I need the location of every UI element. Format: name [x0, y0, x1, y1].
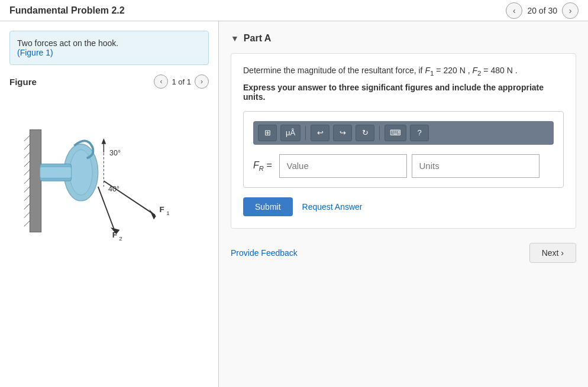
part-collapse-arrow[interactable]: ▼: [231, 34, 239, 43]
problem-text: Determine the magnitude of the resultant…: [243, 66, 564, 77]
symbol-icon: μÅ: [286, 128, 295, 137]
request-answer-link[interactable]: Request Answer: [302, 202, 363, 212]
svg-line-5: [24, 170, 30, 175]
refresh-icon: ↻: [362, 128, 369, 137]
figure-link[interactable]: (Figure 1): [17, 48, 53, 57]
help-toolbar-button[interactable]: ?: [410, 125, 429, 141]
math-toolbar: ⊞ μÅ ↩ ↪ ↻: [253, 121, 554, 145]
header-navigation: ‹ 20 of 30 ›: [506, 2, 579, 19]
svg-rect-0: [30, 130, 41, 232]
description-line1: Two forces act on the hook.: [17, 38, 201, 48]
action-row: Submit Request Answer: [243, 197, 564, 216]
matrix-toolbar-button[interactable]: ⊞: [258, 125, 277, 141]
figure-section: Figure ‹ 1 of 1 ›: [9, 74, 209, 243]
symbol-toolbar-button[interactable]: μÅ: [280, 125, 301, 141]
value-input[interactable]: [279, 154, 407, 178]
figure-title: Figure: [9, 77, 37, 87]
matrix-icon: ⊞: [264, 128, 271, 137]
right-panel: ▼ Part A Determine the magnitude of the …: [219, 21, 588, 387]
svg-text:1: 1: [166, 210, 169, 216]
svg-line-25: [98, 187, 115, 232]
svg-text:2: 2: [119, 235, 122, 242]
submit-button[interactable]: Submit: [243, 197, 293, 216]
left-panel: Two forces act on the hook. (Figure 1) F…: [0, 21, 219, 387]
keyboard-icon: ⌨: [390, 128, 401, 137]
svg-line-8: [24, 195, 30, 201]
svg-marker-18: [101, 138, 106, 144]
toolbar-separator-1: [305, 126, 306, 140]
redo-icon: ↪: [340, 128, 346, 137]
svg-line-1: [24, 135, 30, 141]
help-icon: ?: [418, 128, 422, 137]
figure-next-button[interactable]: ›: [195, 74, 209, 89]
next-nav-button[interactable]: ›: [562, 2, 579, 19]
svg-rect-15: [40, 167, 71, 178]
figure-count: 1 of 1: [172, 77, 191, 86]
figure-header: Figure ‹ 1 of 1 ›: [9, 74, 209, 89]
svg-line-10: [24, 212, 30, 218]
page-title: Fundamental Problem 2.2: [9, 5, 125, 16]
part-header: ▼ Part A: [231, 33, 576, 44]
math-input-row: FR =: [253, 154, 554, 178]
figure-prev-button[interactable]: ‹: [154, 74, 168, 89]
svg-line-6: [24, 178, 30, 184]
toolbar-separator-2: [379, 126, 380, 140]
svg-line-7: [24, 187, 30, 193]
svg-line-2: [24, 144, 30, 150]
svg-line-3: [24, 152, 30, 158]
bottom-row: Provide Feedback Next ›: [231, 243, 576, 263]
svg-text:F: F: [159, 205, 164, 214]
part-label: Part A: [244, 33, 272, 44]
refresh-toolbar-button[interactable]: ↻: [356, 125, 374, 141]
svg-text:F: F: [112, 230, 117, 239]
next-button[interactable]: Next ›: [529, 243, 576, 263]
main-layout: Two forces act on the hook. (Figure 1) F…: [0, 21, 588, 387]
units-input[interactable]: [412, 154, 539, 178]
figure-navigation: ‹ 1 of 1 ›: [154, 74, 209, 89]
header: Fundamental Problem 2.2 ‹ 20 of 30 ›: [0, 0, 588, 21]
equation-label: FR =: [253, 160, 272, 172]
svg-line-11: [24, 221, 30, 227]
problem-instruction: Express your answer to three significant…: [243, 83, 564, 102]
nav-count: 20 of 30: [527, 6, 557, 15]
problem-description: Two forces act on the hook. (Figure 1): [9, 31, 209, 65]
undo-toolbar-button[interactable]: ↩: [311, 125, 329, 141]
math-editor: ⊞ μÅ ↩ ↪ ↻: [243, 111, 564, 188]
svg-line-9: [24, 204, 30, 210]
part-content: Determine the magnitude of the resultant…: [231, 53, 576, 229]
redo-toolbar-button[interactable]: ↪: [333, 125, 352, 141]
figure-image: 30° F 1 40° F 2: [21, 96, 198, 243]
svg-text:30°: 30°: [109, 149, 121, 157]
keyboard-toolbar-button[interactable]: ⌨: [385, 125, 406, 141]
undo-icon: ↩: [317, 128, 324, 137]
figure-svg: 30° F 1 40° F 2: [21, 96, 198, 243]
svg-text:40°: 40°: [108, 185, 119, 193]
svg-line-4: [24, 161, 30, 167]
prev-nav-button[interactable]: ‹: [506, 2, 522, 19]
provide-feedback-link[interactable]: Provide Feedback: [231, 248, 298, 258]
